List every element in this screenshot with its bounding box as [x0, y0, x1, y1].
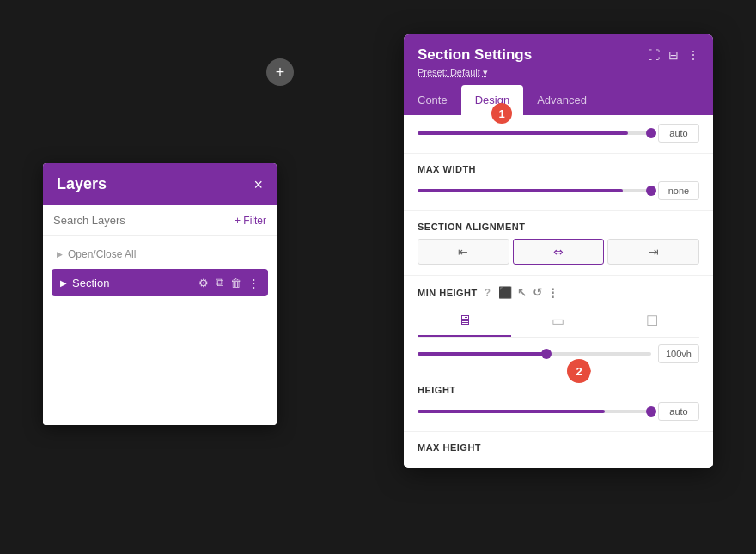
section-delete-icon[interactable]: 🗑: [230, 277, 241, 289]
add-section-button[interactable]: +: [266, 58, 294, 86]
settings-header: Section Settings ⛶ ⊟ ⋮ Preset: Default ▾: [404, 34, 713, 85]
settings-header-icons: ⛶ ⊟ ⋮: [648, 48, 699, 62]
min-height-device-icon[interactable]: ⬛: [498, 286, 513, 299]
divider-5: [404, 431, 713, 432]
layers-title: Layers: [57, 175, 107, 193]
step-badge-2: 2: [567, 359, 591, 383]
section-layer-item[interactable]: ▶ Section ⚙ ⧉ 🗑 ⋮: [52, 269, 268, 296]
tab-advanced-label: Advanced: [537, 94, 587, 107]
min-height-label: Min Height ? ⬛ ↖ ↺ ⋮: [418, 286, 699, 299]
min-height-header: Min Height ? ⬛ ↖ ↺ ⋮: [418, 286, 559, 299]
layers-close-button[interactable]: ×: [253, 177, 263, 192]
align-left-button[interactable]: ⇤: [418, 239, 509, 265]
divider-4: [404, 374, 713, 374]
max-height-row: Max Height: [404, 434, 713, 468]
align-center-button[interactable]: ⇔: [513, 239, 605, 265]
section-expand-icon[interactable]: ▶: [60, 278, 67, 288]
device-tab-desktop[interactable]: 🖥: [418, 306, 511, 337]
align-right-button[interactable]: ⇥: [607, 239, 699, 265]
settings-title: Section Settings: [418, 46, 532, 64]
divider-1: [404, 153, 713, 154]
open-close-arrow-icon: ▶: [57, 250, 63, 259]
divider-3: [404, 275, 713, 276]
min-height-more-icon[interactable]: ⋮: [547, 286, 559, 299]
min-height-action-icons: ⬛ ↖ ↺ ⋮: [498, 286, 559, 299]
top-slider-track[interactable]: [418, 131, 651, 135]
open-close-all-label: Open/Close All: [68, 248, 136, 260]
divider-2: [404, 210, 713, 211]
height-row: Height auto: [404, 376, 713, 429]
min-height-help-icon[interactable]: ?: [485, 287, 491, 299]
section-settings-icon[interactable]: ⚙: [198, 277, 209, 289]
section-alignment-row: Section Alignment ⇤ ⇔ ⇥: [404, 213, 713, 273]
min-height-reset-icon[interactable]: ↺: [533, 286, 543, 299]
settings-content: auto Max Width none Section Alignment: [404, 115, 713, 468]
settings-tabs: Conte Design Advanced: [404, 85, 713, 115]
height-slider[interactable]: [418, 410, 651, 413]
device-tab-mobile[interactable]: ☐: [606, 306, 699, 337]
open-close-all-button[interactable]: ▶ Open/Close All: [43, 245, 277, 264]
min-height-row: Min Height ? ⬛ ↖ ↺ ⋮ 🖥 ▭ ☐: [404, 277, 713, 372]
max-height-label: Max Height: [418, 442, 699, 453]
layers-search-bar: + Filter: [43, 205, 277, 236]
min-height-cursor-icon[interactable]: ↖: [517, 286, 527, 299]
min-height-value[interactable]: 100vh: [658, 344, 699, 363]
max-width-slider[interactable]: [418, 189, 651, 192]
tab-content[interactable]: Conte: [404, 85, 461, 115]
max-width-row: Max Width none: [404, 155, 713, 209]
device-tab-tablet[interactable]: ▭: [511, 306, 605, 337]
min-height-slider-row: 100vh: [418, 344, 699, 363]
section-action-icons: ⚙ ⧉ 🗑 ⋮: [198, 276, 259, 289]
min-height-slider[interactable]: [418, 352, 651, 356]
top-slider-value[interactable]: auto: [658, 124, 699, 143]
max-width-value[interactable]: none: [658, 181, 699, 200]
section-more-icon[interactable]: ⋮: [248, 277, 259, 289]
top-slider-row: auto: [404, 115, 713, 151]
search-input[interactable]: [53, 214, 228, 227]
tab-advanced[interactable]: Advanced: [523, 85, 601, 115]
filter-button[interactable]: + Filter: [235, 215, 266, 227]
fullscreen-icon[interactable]: ⛶: [648, 48, 660, 62]
height-value[interactable]: auto: [658, 402, 699, 421]
layers-header: Layers ×: [43, 163, 277, 205]
preset-arrow-icon: ▾: [483, 67, 488, 77]
tab-content-label: Conte: [418, 94, 448, 107]
alignment-buttons: ⇤ ⇔ ⇥: [418, 239, 699, 265]
step-badge-1: 1: [491, 103, 512, 124]
settings-header-top: Section Settings ⛶ ⊟ ⋮: [418, 46, 699, 64]
max-width-label: Max Width: [418, 164, 699, 174]
section-layer-label: Section: [72, 277, 193, 289]
height-label: Height: [418, 385, 699, 395]
section-alignment-label: Section Alignment: [418, 222, 699, 232]
more-options-icon[interactable]: ⋮: [687, 48, 699, 62]
layers-panel: Layers × + Filter ▶ Open/Close All ▶ Sec…: [43, 163, 277, 425]
layers-body: ▶ Open/Close All ▶ Section ⚙ ⧉ 🗑 ⋮: [43, 236, 277, 425]
section-duplicate-icon[interactable]: ⧉: [216, 276, 223, 289]
settings-panel: Section Settings ⛶ ⊟ ⋮ Preset: Default ▾…: [404, 34, 713, 468]
preset-label: Preset: Default: [418, 67, 480, 77]
device-tabs: 🖥 ▭ ☐: [418, 306, 699, 338]
columns-icon[interactable]: ⊟: [668, 48, 679, 62]
preset-selector[interactable]: Preset: Default ▾: [418, 67, 699, 85]
